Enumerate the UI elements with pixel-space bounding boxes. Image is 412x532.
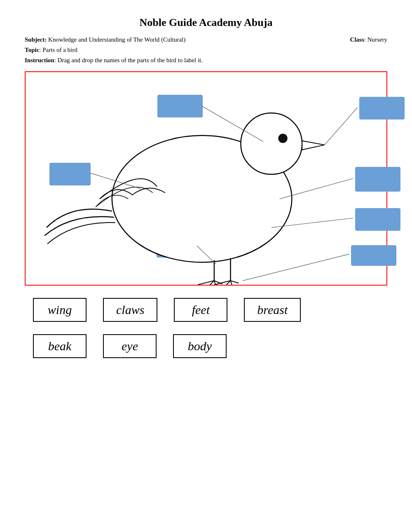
label-box-body[interactable] xyxy=(355,167,400,192)
svg-point-0 xyxy=(112,136,292,262)
svg-line-6 xyxy=(198,281,214,285)
word-wing[interactable]: wing xyxy=(33,298,87,322)
word-feet[interactable]: feet xyxy=(174,298,227,322)
label-box-beak[interactable] xyxy=(359,97,405,120)
instruction-line: Instruction: Drag and drop the names of … xyxy=(25,57,387,64)
class-line: Class: Nursery xyxy=(350,36,387,43)
label-box-breast[interactable] xyxy=(355,208,400,231)
svg-line-10 xyxy=(214,281,231,285)
svg-line-18 xyxy=(272,218,353,227)
label-box-head[interactable] xyxy=(157,95,203,117)
svg-line-20 xyxy=(197,246,216,265)
svg-line-12 xyxy=(231,281,233,285)
bird-diagram xyxy=(25,71,387,286)
word-row-1: wing claws feet breast xyxy=(25,298,387,322)
word-body[interactable]: body xyxy=(173,334,227,358)
word-breast[interactable]: breast xyxy=(244,298,301,322)
topic-line: Topic: Parts of a bird xyxy=(25,47,387,54)
label-box-wing[interactable] xyxy=(49,163,91,185)
svg-line-9 xyxy=(214,281,222,284)
svg-line-8 xyxy=(214,281,216,285)
word-claws[interactable]: claws xyxy=(103,298,157,322)
word-bank: wing claws feet breast beak eye body xyxy=(25,298,387,358)
svg-line-7 xyxy=(208,281,214,285)
svg-line-17 xyxy=(280,178,353,199)
label-box-feet[interactable] xyxy=(157,237,198,258)
svg-line-16 xyxy=(91,173,140,189)
svg-line-15 xyxy=(325,108,357,145)
svg-line-14 xyxy=(202,106,263,141)
svg-line-13 xyxy=(231,281,239,283)
subject-line: Subject: Knowledge and Understanding of … xyxy=(25,36,185,43)
svg-line-19 xyxy=(243,254,349,281)
label-box-claws[interactable] xyxy=(351,245,396,266)
svg-point-1 xyxy=(241,113,302,174)
page-title: Noble Guide Academy Abuja xyxy=(25,16,387,29)
svg-line-11 xyxy=(225,281,231,285)
meta-row: Subject: Knowledge and Understanding of … xyxy=(25,36,387,43)
word-row-2: beak eye body xyxy=(25,334,387,358)
word-beak[interactable]: beak xyxy=(33,334,87,358)
svg-point-3 xyxy=(279,134,287,143)
svg-marker-2 xyxy=(302,141,325,150)
word-eye[interactable]: eye xyxy=(103,334,157,358)
